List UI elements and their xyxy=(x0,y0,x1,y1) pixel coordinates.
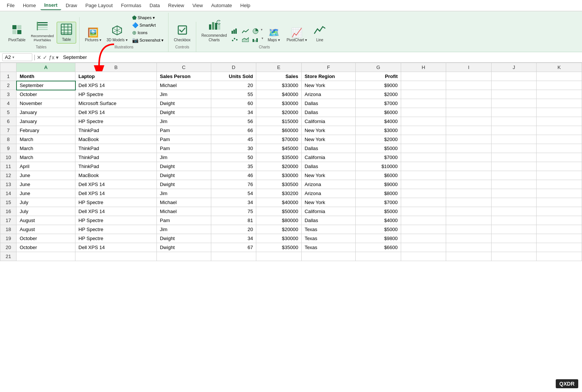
empty-r14-2[interactable] xyxy=(491,189,537,198)
empty-r20-2[interactable] xyxy=(491,243,537,252)
cell-r19-c3[interactable]: 34 xyxy=(211,234,256,243)
cell-r8-c0[interactable]: March xyxy=(17,135,75,144)
scatter-chart-button[interactable] xyxy=(230,36,240,44)
cell-r2-c2[interactable]: Michael xyxy=(156,81,211,90)
empty-r13-2[interactable] xyxy=(491,180,537,189)
empty-row21-4[interactable] xyxy=(256,252,302,261)
empty-r5-3[interactable] xyxy=(537,108,582,117)
empty-r3-1[interactable] xyxy=(446,90,492,99)
menu-item-help[interactable]: Help xyxy=(236,1,254,10)
cell-r5-c3[interactable]: 34 xyxy=(211,108,256,117)
cell-r15-c6[interactable]: $7000 xyxy=(356,198,401,207)
empty-r3-2[interactable] xyxy=(491,90,537,99)
menu-item-review[interactable]: Review xyxy=(164,1,188,10)
cell-r20-c6[interactable]: $6600 xyxy=(356,243,401,252)
pie-chart-button[interactable] xyxy=(251,28,260,36)
empty-r13-0[interactable] xyxy=(401,180,446,189)
cell-r4-c1[interactable]: Microsoft Surface xyxy=(75,99,157,108)
cell-r9-c6[interactable]: $5000 xyxy=(356,144,401,153)
empty-r8-1[interactable] xyxy=(446,135,492,144)
cell-r14-c1[interactable]: Dell XPS 14 xyxy=(75,189,157,198)
empty-r12-3[interactable] xyxy=(537,171,582,180)
cell-r12-c6[interactable]: $6000 xyxy=(356,171,401,180)
header-empty-1[interactable] xyxy=(446,72,492,81)
empty-r3-3[interactable] xyxy=(537,90,582,99)
cell-r2-c6[interactable]: $9000 xyxy=(356,81,401,90)
empty-r19-0[interactable] xyxy=(401,234,446,243)
empty-r16-0[interactable] xyxy=(401,207,446,216)
cell-r3-c1[interactable]: HP Spectre xyxy=(75,90,157,99)
cell-r10-c5[interactable]: California xyxy=(301,153,356,162)
empty-r6-2[interactable] xyxy=(491,117,537,126)
header-empty-2[interactable] xyxy=(491,72,537,81)
cell-r20-c5[interactable]: Texas xyxy=(301,243,356,252)
empty-r2-1[interactable] xyxy=(446,81,492,90)
cell-r8-c2[interactable]: Pam xyxy=(156,135,211,144)
col-header-f[interactable]: F xyxy=(301,63,356,72)
empty-r10-0[interactable] xyxy=(401,153,446,162)
cell-r14-c6[interactable]: $8000 xyxy=(356,189,401,198)
menu-item-insert[interactable]: Insert xyxy=(41,1,61,10)
cell-r17-c4[interactable]: $80000 xyxy=(256,216,302,225)
cell-r7-c4[interactable]: $60000 xyxy=(256,126,302,135)
charts2-dropdown[interactable]: ▾ xyxy=(262,36,263,44)
col-header-a[interactable]: A xyxy=(17,63,75,72)
cell-r6-c3[interactable]: 56 xyxy=(211,117,256,126)
cell-r11-c0[interactable]: April xyxy=(17,162,75,171)
empty-r16-3[interactable] xyxy=(537,207,582,216)
cell-r8-c3[interactable]: 45 xyxy=(211,135,256,144)
cell-r8-c4[interactable]: $70000 xyxy=(256,135,302,144)
col-header-h[interactable]: H xyxy=(401,63,446,72)
cell-r13-c3[interactable]: 76 xyxy=(211,180,256,189)
cell-r11-c4[interactable]: $20000 xyxy=(256,162,302,171)
cell-r11-c6[interactable]: $10000 xyxy=(356,162,401,171)
cell-r5-c5[interactable]: Dallas xyxy=(301,108,356,117)
cell-r13-c4[interactable]: $30500 xyxy=(256,180,302,189)
cell-r6-c2[interactable]: Jim xyxy=(156,117,211,126)
empty-r11-2[interactable] xyxy=(491,162,537,171)
menu-item-file[interactable]: File xyxy=(3,1,18,10)
header-cell-2[interactable]: Sales Person xyxy=(156,72,211,81)
header-empty-0[interactable] xyxy=(401,72,446,81)
empty-r12-1[interactable] xyxy=(446,171,492,180)
cell-r2-c4[interactable]: $33000 xyxy=(256,81,302,90)
cell-r12-c5[interactable]: New York xyxy=(301,171,356,180)
empty-r19-2[interactable] xyxy=(491,234,537,243)
cell-r18-c1[interactable]: HP Spectre xyxy=(75,225,157,234)
cell-r6-c6[interactable]: $4000 xyxy=(356,117,401,126)
cell-r9-c5[interactable]: Dallas xyxy=(301,144,356,153)
cell-r13-c6[interactable]: $9000 xyxy=(356,180,401,189)
empty-r17-0[interactable] xyxy=(401,216,446,225)
cell-r6-c5[interactable]: California xyxy=(301,117,356,126)
table-button[interactable]: Table xyxy=(57,22,76,44)
cell-r11-c2[interactable]: Dwight xyxy=(156,162,211,171)
col-header-b[interactable]: B xyxy=(75,63,157,72)
cell-r16-c4[interactable]: $50000 xyxy=(256,207,302,216)
cell-r14-c4[interactable]: $30200 xyxy=(256,189,302,198)
empty-r14-0[interactable] xyxy=(401,189,446,198)
cell-r4-c6[interactable]: $7000 xyxy=(356,99,401,108)
col-header-e[interactable]: E xyxy=(256,63,302,72)
cell-r19-c0[interactable]: October xyxy=(17,234,75,243)
cell-r17-c2[interactable]: Pam xyxy=(156,216,211,225)
icons-button[interactable]: ⊕ Icons xyxy=(131,29,165,36)
cell-r7-c3[interactable]: 66 xyxy=(211,126,256,135)
cell-r10-c3[interactable]: 50 xyxy=(211,153,256,162)
bar-chart-button[interactable] xyxy=(230,28,240,36)
cell-r12-c4[interactable]: $30000 xyxy=(256,171,302,180)
empty-r2-2[interactable] xyxy=(491,81,537,90)
cell-r4-c5[interactable]: Dallas xyxy=(301,99,356,108)
pivot-table-button[interactable]: PivotTable xyxy=(6,23,28,44)
cell-r13-c5[interactable]: Arizona xyxy=(301,180,356,189)
cell-r20-c0[interactable]: October xyxy=(17,243,75,252)
cell-r18-c4[interactable]: $20000 xyxy=(256,225,302,234)
col-header-c[interactable]: C xyxy=(156,63,211,72)
cell-r11-c5[interactable]: Dallas xyxy=(301,162,356,171)
cell-r19-c1[interactable]: HP Spectre xyxy=(75,234,157,243)
cell-r15-c4[interactable]: $40000 xyxy=(256,198,302,207)
cell-r12-c3[interactable]: 46 xyxy=(211,171,256,180)
empty-r10-1[interactable] xyxy=(446,153,492,162)
shapes-button[interactable]: ⬟ Shapes ▾ xyxy=(131,14,165,21)
empty-row21-5[interactable] xyxy=(301,252,356,261)
empty-row21-8[interactable] xyxy=(446,252,492,261)
